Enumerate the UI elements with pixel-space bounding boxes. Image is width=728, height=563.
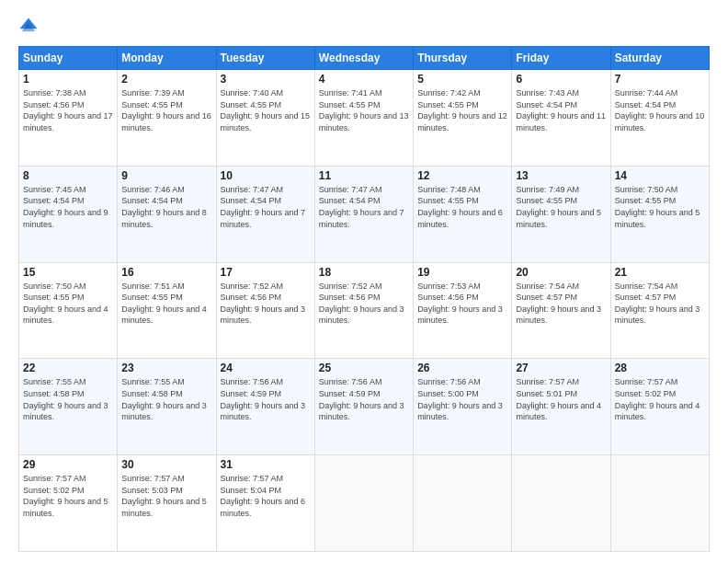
day-number: 10 <box>221 169 311 182</box>
day-info: Sunrise: 7:41 AMSunset: 4:55 PMDaylight:… <box>319 88 409 132</box>
day-number: 24 <box>221 362 311 374</box>
day-info: Sunrise: 7:46 AMSunset: 4:54 PMDaylight:… <box>121 185 207 229</box>
weekday-header-sunday: Sunday <box>19 47 118 70</box>
day-info: Sunrise: 7:49 AMSunset: 4:55 PMDaylight:… <box>516 185 601 229</box>
day-number: 25 <box>319 362 409 374</box>
day-info: Sunrise: 7:57 AMSunset: 5:01 PMDaylight:… <box>516 377 601 421</box>
day-info: Sunrise: 7:44 AMSunset: 4:54 PMDaylight:… <box>615 88 705 132</box>
day-number: 18 <box>319 266 409 279</box>
weekday-header-saturday: Saturday <box>610 47 709 70</box>
day-cell-2: 2 Sunrise: 7:39 AMSunset: 4:55 PMDayligh… <box>118 70 216 167</box>
day-cell-3: 3 Sunrise: 7:40 AMSunset: 4:55 PMDayligh… <box>216 70 314 167</box>
day-info: Sunrise: 7:55 AMSunset: 4:58 PMDaylight:… <box>23 377 108 421</box>
day-info: Sunrise: 7:50 AMSunset: 4:55 PMDaylight:… <box>615 185 700 229</box>
day-cell-19: 19 Sunrise: 7:53 AMSunset: 4:56 PMDaylig… <box>414 262 512 359</box>
day-number: 30 <box>121 458 211 471</box>
day-info: Sunrise: 7:56 AMSunset: 5:00 PMDaylight:… <box>417 377 503 421</box>
day-cell-18: 18 Sunrise: 7:52 AMSunset: 4:56 PMDaylig… <box>314 262 413 359</box>
weekday-header-tuesday: Tuesday <box>216 47 314 70</box>
calendar-header-row: SundayMondayTuesdayWednesdayThursdayFrid… <box>19 47 710 70</box>
day-number: 7 <box>615 73 705 86</box>
day-number: 16 <box>121 266 211 279</box>
day-cell-1: 1 Sunrise: 7:38 AMSunset: 4:56 PMDayligh… <box>19 70 118 167</box>
day-number: 28 <box>615 362 705 374</box>
day-info: Sunrise: 7:47 AMSunset: 4:54 PMDaylight:… <box>319 185 404 229</box>
empty-cell <box>314 455 413 552</box>
day-info: Sunrise: 7:54 AMSunset: 4:57 PMDaylight:… <box>615 282 700 326</box>
day-cell-9: 9 Sunrise: 7:46 AMSunset: 4:54 PMDayligh… <box>118 166 216 262</box>
day-info: Sunrise: 7:52 AMSunset: 4:56 PMDaylight:… <box>221 282 306 326</box>
day-cell-29: 29 Sunrise: 7:57 AMSunset: 5:02 PMDaylig… <box>19 455 118 552</box>
day-number: 21 <box>615 266 705 279</box>
empty-cell <box>414 455 512 552</box>
day-number: 20 <box>516 266 606 279</box>
day-number: 27 <box>516 362 606 374</box>
weekday-header-monday: Monday <box>118 47 216 70</box>
day-info: Sunrise: 7:43 AMSunset: 4:54 PMDaylight:… <box>516 88 606 132</box>
day-cell-26: 26 Sunrise: 7:56 AMSunset: 5:00 PMDaylig… <box>414 359 512 455</box>
calendar-week-4: 22 Sunrise: 7:55 AMSunset: 4:58 PMDaylig… <box>19 359 710 455</box>
day-info: Sunrise: 7:48 AMSunset: 4:55 PMDaylight:… <box>417 185 503 229</box>
day-info: Sunrise: 7:51 AMSunset: 4:55 PMDaylight:… <box>121 282 207 326</box>
day-cell-16: 16 Sunrise: 7:51 AMSunset: 4:55 PMDaylig… <box>118 262 216 359</box>
calendar-week-1: 1 Sunrise: 7:38 AMSunset: 4:56 PMDayligh… <box>19 70 710 167</box>
day-cell-5: 5 Sunrise: 7:42 AMSunset: 4:55 PMDayligh… <box>414 70 512 167</box>
day-number: 9 <box>121 169 211 182</box>
calendar-table: SundayMondayTuesdayWednesdayThursdayFrid… <box>18 46 710 552</box>
day-cell-8: 8 Sunrise: 7:45 AMSunset: 4:54 PMDayligh… <box>19 166 118 262</box>
day-info: Sunrise: 7:56 AMSunset: 4:59 PMDaylight:… <box>319 377 404 421</box>
day-info: Sunrise: 7:54 AMSunset: 4:57 PMDaylight:… <box>516 282 601 326</box>
day-cell-13: 13 Sunrise: 7:49 AMSunset: 4:55 PMDaylig… <box>512 166 610 262</box>
day-number: 11 <box>319 169 409 182</box>
day-info: Sunrise: 7:38 AMSunset: 4:56 PMDaylight:… <box>23 88 113 132</box>
day-number: 15 <box>23 266 113 279</box>
logo-icon <box>18 17 39 37</box>
day-info: Sunrise: 7:42 AMSunset: 4:55 PMDaylight:… <box>417 88 507 132</box>
day-cell-12: 12 Sunrise: 7:48 AMSunset: 4:55 PMDaylig… <box>414 166 512 262</box>
day-info: Sunrise: 7:55 AMSunset: 4:58 PMDaylight:… <box>121 377 207 421</box>
day-cell-28: 28 Sunrise: 7:57 AMSunset: 5:02 PMDaylig… <box>610 359 709 455</box>
day-cell-24: 24 Sunrise: 7:56 AMSunset: 4:59 PMDaylig… <box>216 359 314 455</box>
day-info: Sunrise: 7:47 AMSunset: 4:54 PMDaylight:… <box>221 185 306 229</box>
day-info: Sunrise: 7:50 AMSunset: 4:55 PMDaylight:… <box>23 282 108 326</box>
day-number: 5 <box>417 73 507 86</box>
day-cell-7: 7 Sunrise: 7:44 AMSunset: 4:54 PMDayligh… <box>610 70 709 167</box>
day-info: Sunrise: 7:57 AMSunset: 5:02 PMDaylight:… <box>23 474 108 518</box>
day-number: 23 <box>121 362 211 374</box>
day-cell-6: 6 Sunrise: 7:43 AMSunset: 4:54 PMDayligh… <box>512 70 610 167</box>
day-info: Sunrise: 7:53 AMSunset: 4:56 PMDaylight:… <box>417 282 503 326</box>
day-number: 13 <box>516 169 606 182</box>
day-info: Sunrise: 7:57 AMSunset: 5:02 PMDaylight:… <box>615 377 700 421</box>
weekday-header-wednesday: Wednesday <box>314 47 413 70</box>
day-cell-31: 31 Sunrise: 7:57 AMSunset: 5:04 PMDaylig… <box>216 455 314 552</box>
day-number: 22 <box>23 362 113 374</box>
day-cell-4: 4 Sunrise: 7:41 AMSunset: 4:55 PMDayligh… <box>314 70 413 167</box>
day-cell-23: 23 Sunrise: 7:55 AMSunset: 4:58 PMDaylig… <box>118 359 216 455</box>
day-cell-10: 10 Sunrise: 7:47 AMSunset: 4:54 PMDaylig… <box>216 166 314 262</box>
day-info: Sunrise: 7:40 AMSunset: 4:55 PMDaylight:… <box>221 88 311 132</box>
day-number: 31 <box>221 458 311 471</box>
day-number: 12 <box>417 169 507 182</box>
day-number: 14 <box>615 169 705 182</box>
day-cell-11: 11 Sunrise: 7:47 AMSunset: 4:54 PMDaylig… <box>314 166 413 262</box>
day-number: 26 <box>417 362 507 374</box>
day-number: 6 <box>516 73 606 86</box>
day-cell-30: 30 Sunrise: 7:57 AMSunset: 5:03 PMDaylig… <box>118 455 216 552</box>
day-number: 4 <box>319 73 409 86</box>
logo <box>18 17 42 37</box>
weekday-header-thursday: Thursday <box>414 47 512 70</box>
day-info: Sunrise: 7:57 AMSunset: 5:04 PMDaylight:… <box>221 474 306 518</box>
day-number: 3 <box>221 73 311 86</box>
page: SundayMondayTuesdayWednesdayThursdayFrid… <box>0 0 728 563</box>
day-info: Sunrise: 7:39 AMSunset: 4:55 PMDaylight:… <box>121 88 211 132</box>
day-cell-22: 22 Sunrise: 7:55 AMSunset: 4:58 PMDaylig… <box>19 359 118 455</box>
day-number: 17 <box>221 266 311 279</box>
day-number: 8 <box>23 169 113 182</box>
day-info: Sunrise: 7:56 AMSunset: 4:59 PMDaylight:… <box>221 377 306 421</box>
day-cell-21: 21 Sunrise: 7:54 AMSunset: 4:57 PMDaylig… <box>610 262 709 359</box>
day-info: Sunrise: 7:52 AMSunset: 4:56 PMDaylight:… <box>319 282 404 326</box>
day-cell-27: 27 Sunrise: 7:57 AMSunset: 5:01 PMDaylig… <box>512 359 610 455</box>
day-cell-15: 15 Sunrise: 7:50 AMSunset: 4:55 PMDaylig… <box>19 262 118 359</box>
day-number: 1 <box>23 73 113 86</box>
header <box>18 17 710 37</box>
